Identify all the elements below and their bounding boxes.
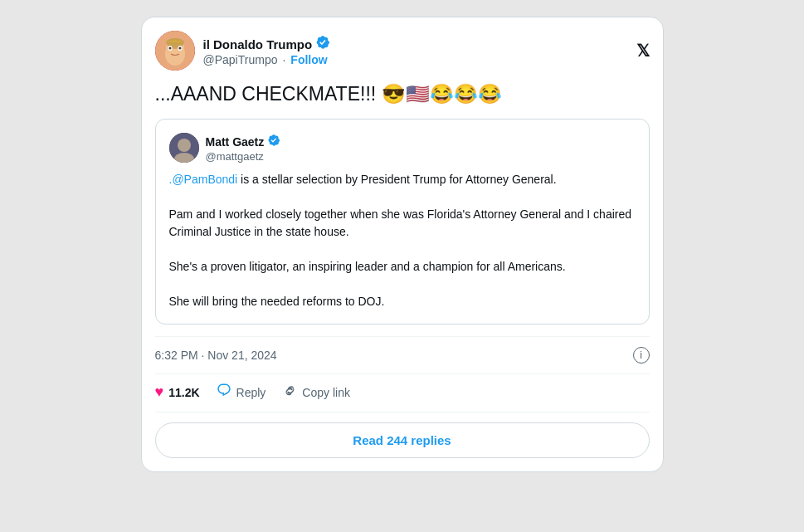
read-replies-button[interactable]: Read 244 replies xyxy=(155,422,650,458)
svg-point-6 xyxy=(168,47,171,50)
quoted-text-body: is a stellar selection by President Trum… xyxy=(169,173,632,308)
quoted-author-name[interactable]: Matt Gaetz xyxy=(206,135,265,149)
quoted-tweet-text: .@PamBondi is a stellar selection by Pre… xyxy=(169,171,636,310)
x-logo-button[interactable]: 𝕏 xyxy=(636,42,650,59)
quoted-mention[interactable]: .@PamBondi xyxy=(169,173,238,186)
verified-icon xyxy=(315,35,330,53)
svg-point-7 xyxy=(178,47,181,50)
quoted-verified-icon xyxy=(267,134,280,150)
copy-label: Copy link xyxy=(302,386,350,399)
author-info: il Donaldo Trumpo @PapiTrumpo · Follow xyxy=(203,35,331,66)
copy-link-button[interactable]: Copy link xyxy=(282,383,350,402)
follow-button[interactable]: Follow xyxy=(290,53,327,66)
tweet-timestamp-row: 6:32 PM · Nov 21, 2024 i xyxy=(155,336,650,374)
author-handle-row: @PapiTrumpo · Follow xyxy=(203,53,331,66)
tweet-card: il Donaldo Trumpo @PapiTrumpo · Follow 𝕏… xyxy=(141,17,664,472)
like-count: 11.2K xyxy=(168,386,199,399)
quoted-author-info: Matt Gaetz @mattgaetz xyxy=(206,134,281,163)
quoted-author-handle: @mattgaetz xyxy=(206,150,281,163)
tweet-header-left: il Donaldo Trumpo @PapiTrumpo · Follow xyxy=(155,31,331,71)
quoted-tweet[interactable]: Matt Gaetz @mattgaetz .@PamBondi is a st… xyxy=(155,119,650,325)
tweet-timestamp: 6:32 PM · Nov 21, 2024 xyxy=(155,349,277,362)
author-name-row: il Donaldo Trumpo xyxy=(203,35,331,53)
tweet-text: ...AAAND CHECKMATE!!! 😎🇺🇸😂😂😂 xyxy=(155,81,650,107)
copy-icon xyxy=(282,383,297,402)
reply-icon xyxy=(217,383,231,402)
tweet-header: il Donaldo Trumpo @PapiTrumpo · Follow 𝕏 xyxy=(155,31,650,71)
svg-point-10 xyxy=(178,139,191,152)
heart-icon: ♥ xyxy=(155,383,164,401)
info-button[interactable]: i xyxy=(633,347,650,364)
separator: · xyxy=(282,53,285,66)
like-button[interactable]: ♥ 11.2K xyxy=(155,383,200,401)
reply-label: Reply xyxy=(236,386,266,399)
tweet-actions: ♥ 11.2K Reply Copy link xyxy=(155,383,650,412)
quoted-author-avatar[interactable] xyxy=(169,133,199,163)
author-name[interactable]: il Donaldo Trumpo xyxy=(203,37,313,51)
author-avatar[interactable] xyxy=(155,31,195,71)
author-handle: @PapiTrumpo xyxy=(203,53,278,66)
quoted-name-row: Matt Gaetz xyxy=(206,134,281,150)
quoted-tweet-header: Matt Gaetz @mattgaetz xyxy=(169,133,636,163)
reply-button[interactable]: Reply xyxy=(217,383,266,402)
